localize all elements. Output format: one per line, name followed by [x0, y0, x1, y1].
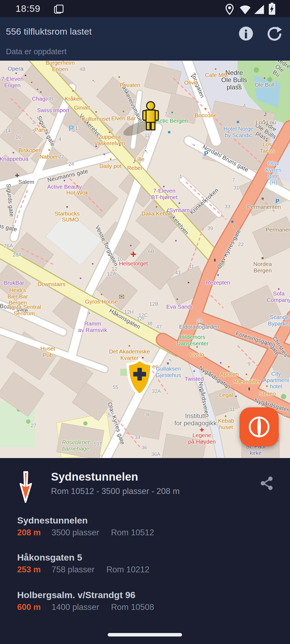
- app-bar: 556 tilfluktsrom lastet Data er oppdater…: [0, 17, 290, 61]
- shelter-room: Rom 10508: [111, 602, 154, 612]
- route-arrow-icon: [16, 471, 36, 503]
- shelter-capacity: 1400 plasser: [52, 602, 99, 612]
- shelter-room: Rom 10512: [111, 528, 154, 537]
- info-button[interactable]: [238, 26, 253, 41]
- shelter-list-item-name[interactable]: Håkonsgaten 5: [17, 552, 82, 563]
- shelter-distance: 600 m: [17, 602, 41, 612]
- location-icon: [225, 3, 234, 15]
- shelter-list-item-meta[interactable]: 600 m 1400 plasser Rom 10508: [17, 602, 154, 612]
- battery-charging-icon: [268, 3, 276, 15]
- app-bar-title: 556 tilfluktsrom lastet: [6, 26, 92, 37]
- signal-icon: [254, 4, 264, 14]
- refresh-button[interactable]: [267, 26, 282, 41]
- compass-button[interactable]: [240, 407, 279, 447]
- shelter-list-item-name[interactable]: Sydnestunnelen: [17, 515, 88, 526]
- shelter-room: Rom 10212: [106, 565, 149, 575]
- selected-shelter-details: Rom 10512 - 3500 plasser - 208 m: [51, 486, 180, 496]
- shelter-panel: Sydnestunnelen Rom 10512 - 3500 plasser …: [0, 458, 290, 644]
- person-marker[interactable]: [142, 101, 160, 131]
- status-bar: 18:59: [0, 0, 290, 17]
- wifi-icon: [239, 5, 251, 14]
- overlay-icon: [54, 4, 64, 14]
- shelter-capacity: 3500 plasser: [52, 528, 99, 537]
- selected-shelter-title: Sydnestunnelen: [51, 470, 138, 483]
- app-bar-subtitle: Data er oppdatert: [6, 47, 67, 56]
- share-button[interactable]: [260, 476, 274, 491]
- map-canvas[interactable]: VaskerelvenVaskerelvsmauetVaskerelvenSig…: [0, 61, 290, 458]
- shelter-marker[interactable]: [126, 358, 154, 400]
- clock: 18:59: [16, 3, 41, 14]
- shelter-list-item-meta[interactable]: 253 m 758 plasser Rom 10212: [17, 565, 149, 575]
- compass-icon: [240, 407, 279, 447]
- shelter-capacity: 758 plasser: [52, 565, 95, 575]
- shelter-list-item-name[interactable]: Holbergsalm. v/Strandgt 96: [17, 590, 135, 600]
- shelter-list-item-meta[interactable]: 208 m 3500 plasser Rom 10512: [17, 528, 154, 537]
- home-indicator[interactable]: [108, 633, 182, 636]
- shelter-distance: 253 m: [17, 565, 41, 575]
- shelter-distance: 208 m: [17, 528, 41, 537]
